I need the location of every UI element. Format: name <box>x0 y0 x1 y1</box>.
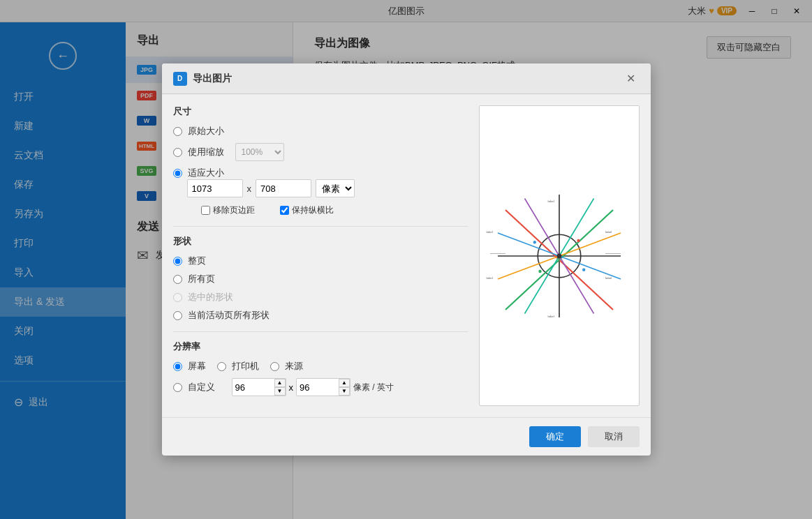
original-size-radio[interactable] <box>173 127 182 136</box>
zoom-select[interactable]: 100% 75% 150% 200% <box>235 143 284 161</box>
width-input[interactable] <box>187 179 243 197</box>
dpi-inputs: ▲ ▼ x ▲ ▼ <box>232 378 394 396</box>
resolution-preset-row: 屏幕 打印机 来源 <box>173 360 468 373</box>
keep-ratio-row: 保持纵横比 <box>280 204 334 216</box>
svg-text:label: label <box>547 315 554 318</box>
dpi-unit-label: 像素 / 英寸 <box>353 382 394 393</box>
fit-size-section: 适应大小 x 像素 英寸 <box>173 167 468 216</box>
printer-label: 打印机 <box>232 360 259 373</box>
all-pages-row: 所有页 <box>173 273 468 285</box>
modal-overlay: D 导出图片 ✕ 尺寸 原始大小 使用缩放 <box>0 0 812 519</box>
size-separator: x <box>247 183 252 194</box>
modal-left: 尺寸 原始大小 使用缩放 100% 75% 150% 200% <box>173 105 468 406</box>
source-row: 来源 <box>270 360 303 373</box>
modal-preview: ———— ———— label label label label label … <box>479 105 640 406</box>
dpi-y-spinners: ▲ ▼ <box>339 379 350 396</box>
confirm-button[interactable]: 确定 <box>529 426 581 447</box>
custom-label: 自定义 <box>188 381 215 393</box>
fit-size-row: 适应大小 <box>173 167 468 179</box>
active-page-row: 当前活动页所有形状 <box>173 309 468 322</box>
custom-radio[interactable] <box>173 383 182 392</box>
fit-size-radio[interactable] <box>173 169 182 178</box>
modal-body: 尺寸 原始大小 使用缩放 100% 75% 150% 200% <box>162 94 651 417</box>
active-page-label: 当前活动页所有形状 <box>188 309 270 322</box>
modal-close-button[interactable]: ✕ <box>622 70 640 86</box>
selected-shapes-radio[interactable] <box>173 293 182 302</box>
preview-chart: ———— ———— label label label label label … <box>482 186 636 326</box>
dpi-x-group: ▲ ▼ <box>232 378 286 396</box>
section-divider-2 <box>173 331 468 332</box>
source-label: 来源 <box>285 360 303 373</box>
svg-text:label: label <box>486 230 492 234</box>
svg-point-19 <box>533 241 536 243</box>
screen-row: 屏幕 <box>173 360 206 373</box>
selected-shapes-label: 选中的形状 <box>188 291 233 303</box>
resolution-section-title: 分辨率 <box>173 340 468 353</box>
screen-radio[interactable] <box>173 362 182 371</box>
shape-section-title: 形状 <box>173 235 468 248</box>
svg-text:————: ———— <box>605 250 621 255</box>
dpi-x-spinners: ▲ ▼ <box>274 379 286 396</box>
unit-select[interactable]: 像素 英寸 <box>316 179 355 197</box>
extra-options: 移除页边距 保持纵横比 <box>187 202 468 216</box>
whole-page-row: 整页 <box>173 255 468 267</box>
dpi-y-down[interactable]: ▼ <box>339 387 350 396</box>
svg-text:label: label <box>486 276 492 280</box>
svg-text:label: label <box>605 230 612 234</box>
dpi-separator: x <box>289 382 294 393</box>
whole-page-radio[interactable] <box>173 257 182 266</box>
selected-shapes-row: 选中的形状 <box>173 291 468 303</box>
modal-title-icon: D <box>173 72 187 86</box>
source-radio[interactable] <box>270 362 279 371</box>
remove-margin-label: 移除页边距 <box>213 204 255 216</box>
use-zoom-label: 使用缩放 <box>188 146 224 158</box>
size-radio-group: 原始大小 使用缩放 100% 75% 150% 200% <box>173 125 468 216</box>
shape-radio-group: 整页 所有页 选中的形状 当前活动页所有形状 <box>173 255 468 322</box>
size-section-title: 尺寸 <box>173 105 468 118</box>
section-divider-1 <box>173 226 468 227</box>
export-image-modal: D 导出图片 ✕ 尺寸 原始大小 使用缩放 <box>162 63 651 456</box>
printer-radio[interactable] <box>217 362 226 371</box>
keep-ratio-checkbox[interactable] <box>280 206 289 215</box>
resolution-custom-row: 自定义 ▲ ▼ x <box>173 378 468 396</box>
svg-text:————: ———— <box>490 250 506 255</box>
remove-margin-checkbox[interactable] <box>201 206 210 215</box>
printer-row: 打印机 <box>217 360 259 373</box>
original-size-row: 原始大小 <box>173 125 468 137</box>
keep-ratio-label: 保持纵横比 <box>292 204 334 216</box>
all-pages-label: 所有页 <box>188 273 215 285</box>
screen-label: 屏幕 <box>188 360 206 373</box>
dpi-y-up[interactable]: ▲ <box>339 379 350 387</box>
svg-point-18 <box>556 253 561 258</box>
custom-row: 自定义 <box>173 381 215 393</box>
modal-header: D 导出图片 ✕ <box>162 63 651 94</box>
remove-margin-row: 移除页边距 <box>201 204 255 216</box>
height-input[interactable] <box>256 179 311 197</box>
use-zoom-row: 使用缩放 100% 75% 150% 200% <box>173 143 468 161</box>
modal-footer: 确定 取消 <box>162 417 651 456</box>
all-pages-radio[interactable] <box>173 275 182 284</box>
dpi-y-input[interactable] <box>297 379 339 396</box>
svg-point-21 <box>538 269 541 272</box>
size-input-row: x 像素 英寸 <box>187 179 468 197</box>
svg-point-22 <box>577 239 580 241</box>
resolution-radio-group: 屏幕 打印机 来源 自定义 <box>173 360 468 396</box>
fit-size-label: 适应大小 <box>188 167 224 179</box>
svg-point-20 <box>582 268 585 271</box>
svg-text:label: label <box>547 200 554 203</box>
cancel-button[interactable]: 取消 <box>588 426 640 447</box>
whole-page-label: 整页 <box>188 255 206 267</box>
dpi-y-group: ▲ ▼ <box>296 378 350 396</box>
original-size-label: 原始大小 <box>188 125 224 137</box>
use-zoom-radio[interactable] <box>173 148 182 157</box>
modal-title: D 导出图片 <box>173 72 232 86</box>
svg-text:label: label <box>605 276 612 280</box>
modal-title-text: 导出图片 <box>193 73 232 85</box>
dpi-x-down[interactable]: ▼ <box>274 387 286 396</box>
dpi-x-input[interactable] <box>232 379 274 396</box>
active-page-radio[interactable] <box>173 311 182 320</box>
dpi-x-up[interactable]: ▲ <box>274 379 286 387</box>
